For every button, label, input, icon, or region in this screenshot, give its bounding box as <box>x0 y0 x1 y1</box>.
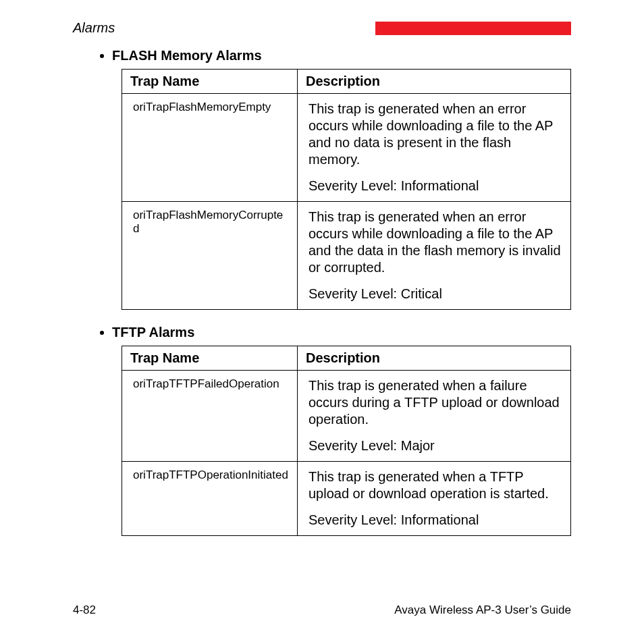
page-number: 4-82 <box>73 603 96 617</box>
col-trap-name: Trap Name <box>122 346 298 371</box>
description-text: This trap is generated when an error occ… <box>308 101 562 168</box>
description-text: This trap is generated when an error occ… <box>308 209 562 276</box>
col-trap-name: Trap Name <box>122 70 298 94</box>
page-footer: 4-82 Avaya Wireless AP-3 User’s Guide <box>73 603 571 617</box>
bullet-label: TFTP Alarms <box>112 325 194 340</box>
description-text: This trap is generated when a failure oc… <box>308 377 562 428</box>
table-row: oriTrapTFTPFailedOperation This trap is … <box>122 371 571 462</box>
page-header: Alarms <box>73 20 571 36</box>
table-flash-memory-alarms: Trap Name Description oriTrapFlashMemory… <box>122 69 571 310</box>
description-text: This trap is generated when a TFTP uploa… <box>308 468 562 502</box>
bullet-label: FLASH Memory Alarms <box>112 48 262 63</box>
trap-name-cell: oriTrapTFTPFailedOperation <box>133 377 289 391</box>
document-page: Alarms FLASH Memory Alarms Trap Name Des… <box>0 0 644 644</box>
header-red-bar <box>375 22 571 35</box>
severity-text: Severity Level: Informational <box>308 512 562 529</box>
trap-name-cell: oriTrapFlashMemoryCorrupted <box>133 209 289 236</box>
col-description: Description <box>298 346 571 371</box>
bullet-icon <box>100 331 104 335</box>
bullet-flash-memory-alarms: FLASH Memory Alarms <box>100 48 571 63</box>
table-row: oriTrapTFTPOperationInitiated This trap … <box>122 462 571 536</box>
severity-text: Severity Level: Major <box>308 437 562 454</box>
severity-text: Severity Level: Critical <box>308 286 562 302</box>
bullet-icon <box>100 54 104 58</box>
table-row: oriTrapFlashMemoryEmpty This trap is gen… <box>122 94 571 202</box>
bullet-tftp-alarms: TFTP Alarms <box>100 325 571 340</box>
severity-text: Severity Level: Informational <box>308 178 562 194</box>
trap-name-cell: oriTrapFlashMemoryEmpty <box>133 101 289 114</box>
table-row: oriTrapFlashMemoryCorrupted This trap is… <box>122 202 571 310</box>
section-title: Alarms <box>73 20 115 36</box>
table-header-row: Trap Name Description <box>122 70 571 94</box>
col-description: Description <box>298 70 571 94</box>
table-header-row: Trap Name Description <box>122 346 571 371</box>
document-title: Avaya Wireless AP-3 User’s Guide <box>394 603 571 617</box>
trap-name-cell: oriTrapTFTPOperationInitiated <box>133 468 289 482</box>
table-tftp-alarms: Trap Name Description oriTrapTFTPFailedO… <box>122 346 571 536</box>
